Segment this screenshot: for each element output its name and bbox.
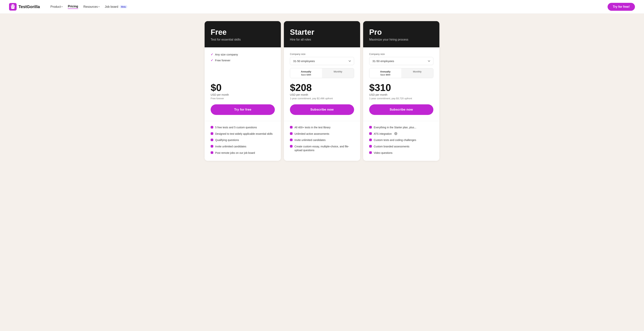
free-feature-list: 5 free tests and 5 custom questions Desi… xyxy=(211,126,275,155)
check-icon: ✓ xyxy=(211,58,213,62)
list-item: Invite unlimited candidates xyxy=(211,145,275,148)
bullet-icon xyxy=(211,151,213,154)
bullet-icon xyxy=(369,151,372,154)
info-icon[interactable]: i xyxy=(394,132,397,135)
pro-plan-name: Pro xyxy=(369,28,433,36)
free-plan-header: Free Test for essential skills xyxy=(204,21,281,47)
pro-cta-button[interactable]: Subscribe now xyxy=(369,104,433,115)
starter-cta-button[interactable]: Subscribe now xyxy=(290,104,354,115)
free-plan-card: Free Test for essential skills ✓ Any siz… xyxy=(204,21,281,161)
starter-feature-list: All 400+ tests in the test library Unlim… xyxy=(290,126,354,152)
bullet-icon xyxy=(290,126,292,128)
svg-rect-4 xyxy=(12,8,14,9)
list-item: Invite unlimited candidates xyxy=(290,138,354,142)
pricing-grid: Free Test for essential skills ✓ Any siz… xyxy=(204,21,440,161)
free-price: $0 xyxy=(211,83,275,92)
free-price-period: USD per month xyxy=(211,93,275,96)
starter-plan-card: Starter Hire for all roles Company size … xyxy=(284,21,360,161)
svg-point-3 xyxy=(14,5,14,6)
list-item: Post remote jobs on our job board xyxy=(211,151,275,155)
logo-icon xyxy=(9,3,16,10)
navbar: TestGorilla Product ▾ Pricing Resources … xyxy=(0,0,644,14)
bullet-icon xyxy=(369,126,372,128)
bullet-icon xyxy=(290,132,292,135)
pro-company-size-select[interactable]: 31-50 employees 1-10 employees 11-20 emp… xyxy=(369,57,433,65)
nav-pricing[interactable]: Pricing xyxy=(68,5,78,9)
list-item: Qualifying questions xyxy=(211,138,275,142)
starter-billing-toggle: Annually Save $384 Monthly xyxy=(290,68,354,78)
nav-resources[interactable]: Resources ▾ xyxy=(84,5,100,8)
bullet-icon xyxy=(369,145,372,148)
starter-plan-name: Starter xyxy=(290,28,354,36)
nav-links: Product ▾ Pricing Resources ▾ Job board … xyxy=(50,5,602,9)
pro-billing-toggle: Annually Save $600 Monthly xyxy=(369,68,433,78)
pro-plan-header: Pro Maximize your hiring process xyxy=(363,21,440,47)
list-item: Create custom essay, multiple-choice, an… xyxy=(290,145,354,152)
pro-feature-list: Everything in the Starter plan, plus... … xyxy=(369,126,433,155)
logo-text: TestGorilla xyxy=(18,4,40,9)
beta-badge: Beta xyxy=(120,5,127,8)
pro-price-period: USD per month xyxy=(369,93,433,96)
list-item: Custom branded assessments xyxy=(369,145,433,148)
svg-point-2 xyxy=(12,5,12,6)
pro-price-note: 1-year commitment, pay $3,720 upfront xyxy=(369,97,433,100)
bullet-icon xyxy=(290,138,292,141)
free-cta-button[interactable]: Try for free xyxy=(211,104,275,115)
starter-price-period: USD per month xyxy=(290,93,354,96)
pro-plan-tagline: Maximize your hiring process xyxy=(369,38,433,41)
starter-plan-header: Starter Hire for all roles xyxy=(284,21,360,47)
list-item: Custom tests and coding challenges xyxy=(369,138,433,142)
starter-billing-annually[interactable]: Annually Save $384 xyxy=(290,68,322,78)
nav-try-free-button[interactable]: Try for free! xyxy=(608,3,635,11)
svg-rect-6 xyxy=(14,8,14,9)
pro-plan-card: Pro Maximize your hiring process Company… xyxy=(363,21,440,161)
logo[interactable]: TestGorilla xyxy=(9,3,40,10)
starter-company-size-select[interactable]: 31-50 employees 1-10 employees 11-20 emp… xyxy=(290,57,354,65)
starter-billing-monthly[interactable]: Monthly xyxy=(322,68,354,78)
free-price-note: Free forever xyxy=(211,97,275,100)
bullet-icon xyxy=(211,132,213,135)
starter-company-size-label: Company size xyxy=(290,53,354,56)
nav-jobboard[interactable]: Job board Beta xyxy=(105,5,127,8)
pro-billing-annually[interactable]: Annually Save $600 xyxy=(370,68,401,78)
free-feature-forever: ✓ Free forever xyxy=(211,58,275,62)
divider xyxy=(204,121,281,121)
list-item: Video questions xyxy=(369,151,433,155)
chevron-down-icon: ▾ xyxy=(98,6,100,8)
starter-plan-body: Company size 31-50 employees 1-10 employ… xyxy=(284,47,360,161)
starter-plan-tagline: Hire for all roles xyxy=(290,38,354,41)
list-item: Everything in the Starter plan, plus... xyxy=(369,126,433,130)
bullet-icon xyxy=(211,126,213,128)
free-simple-features: ✓ Any size company ✓ Free forever xyxy=(211,53,275,64)
starter-price: $208 xyxy=(290,83,354,92)
pro-billing-monthly[interactable]: Monthly xyxy=(401,68,433,78)
main-content: Free Test for essential skills ✓ Any siz… xyxy=(196,14,448,172)
pro-plan-body: Company size 31-50 employees 1-10 employ… xyxy=(363,47,440,161)
list-item: Unlimited active assessments xyxy=(290,132,354,136)
pro-price: $310 xyxy=(369,83,433,92)
nav-product[interactable]: Product ▾ xyxy=(50,5,62,8)
list-item: Designed to test widely applicable essen… xyxy=(211,132,275,136)
chevron-down-icon: ▾ xyxy=(62,6,62,8)
bullet-icon xyxy=(211,138,213,141)
free-feature-company: ✓ Any size company xyxy=(211,53,275,56)
pro-company-size-label: Company size xyxy=(369,53,433,56)
free-plan-name: Free xyxy=(211,28,275,36)
bullet-icon xyxy=(369,132,372,135)
free-plan-body: ✓ Any size company ✓ Free forever $0 USD… xyxy=(204,47,281,161)
bullet-icon xyxy=(369,138,372,141)
free-plan-tagline: Test for essential skills xyxy=(211,38,275,41)
list-item: ATS integration i xyxy=(369,132,433,136)
starter-price-note: 1-year commitment, pay $2,496 upfront xyxy=(290,97,354,100)
list-item: 5 free tests and 5 custom questions xyxy=(211,126,275,130)
bullet-icon xyxy=(290,145,292,148)
bullet-icon xyxy=(211,145,213,148)
divider xyxy=(363,121,440,121)
list-item: All 400+ tests in the test library xyxy=(290,126,354,130)
check-icon: ✓ xyxy=(211,53,213,56)
divider xyxy=(284,121,360,121)
svg-rect-5 xyxy=(11,8,12,9)
